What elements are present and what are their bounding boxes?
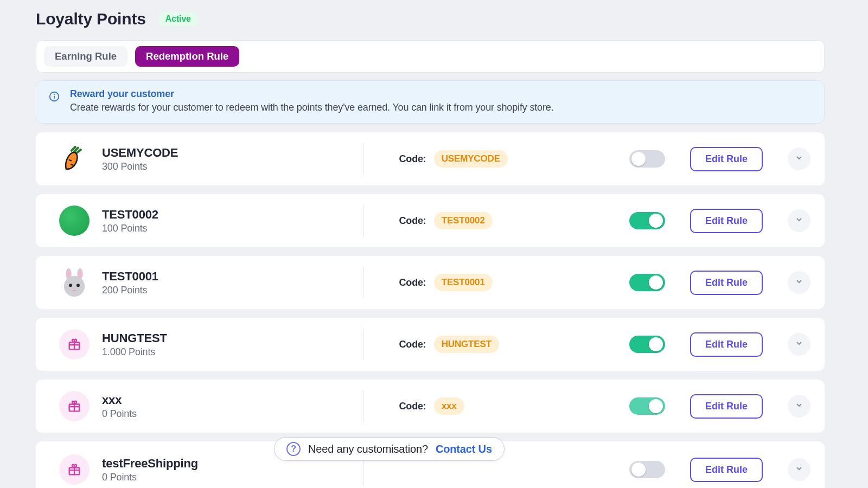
svg-point-8 [67, 270, 70, 278]
expand-button[interactable] [788, 271, 810, 294]
expand-button[interactable] [788, 147, 810, 170]
page-header: Loyalty Points Active [36, 10, 825, 28]
chevron-down-icon [795, 401, 803, 412]
enable-toggle[interactable] [629, 336, 665, 353]
rule-icon [50, 206, 99, 236]
info-icon [48, 91, 60, 102]
tab-redemption-rule[interactable]: Redemption Rule [135, 46, 239, 67]
svg-point-11 [76, 284, 80, 287]
tab-bar: Earning Rule Redemption Rule [36, 40, 825, 73]
code-value: USEMYCODE [434, 150, 508, 168]
gift-icon [59, 391, 90, 421]
chevron-down-icon [795, 464, 803, 475]
info-body: Create rewards for your customer to rede… [70, 102, 553, 113]
rule-icon [50, 329, 99, 359]
status-badge: Active [159, 12, 197, 26]
code-label: Code: [399, 339, 426, 350]
enable-toggle[interactable] [629, 397, 665, 415]
edit-rule-button[interactable]: Edit Rule [690, 147, 763, 171]
code-value: HUNGTEST [434, 336, 499, 353]
rule-points: 100 Points [102, 223, 363, 234]
code-value: xxx [434, 397, 464, 415]
expand-button[interactable] [788, 395, 810, 418]
rule-points: 0 Points [102, 472, 363, 483]
svg-point-9 [79, 270, 81, 278]
code-label: Code: [399, 401, 426, 412]
rule-name: HUNGTEST [102, 331, 363, 345]
chevron-down-icon [795, 277, 803, 288]
bunny-icon [59, 267, 90, 298]
rule-points: 200 Points [102, 285, 363, 296]
edit-rule-button[interactable]: Edit Rule [690, 332, 763, 357]
carrot-icon [59, 144, 90, 174]
customisation-prompt: Need any customisation? [308, 443, 428, 455]
code-label: Code: [399, 153, 426, 165]
info-banner: Reward your customer Create rewards for … [36, 80, 825, 124]
edit-rule-button[interactable]: Edit Rule [690, 394, 763, 419]
chevron-down-icon [795, 215, 803, 226]
rule-points: 0 Points [102, 408, 363, 420]
page-title: Loyalty Points [36, 10, 146, 28]
customisation-pill: ? Need any customisation? Contact Us [274, 437, 505, 461]
rule-icon [50, 267, 99, 298]
edit-rule-button[interactable]: Edit Rule [690, 209, 763, 233]
rule-card: TEST0002 100 Points Code: TEST0002 Edit … [36, 194, 825, 247]
gift-icon [59, 454, 90, 485]
edit-rule-button[interactable]: Edit Rule [690, 458, 763, 482]
enable-toggle[interactable] [629, 212, 665, 229]
expand-button[interactable] [788, 458, 810, 481]
tab-earning-rule[interactable]: Earning Rule [44, 46, 127, 67]
chevron-down-icon [795, 153, 803, 164]
code-label: Code: [399, 215, 426, 227]
contact-us-link[interactable]: Contact Us [436, 443, 492, 455]
rule-name: TEST0001 [102, 269, 363, 284]
svg-point-5 [64, 276, 85, 297]
rule-card: HUNGTEST 1.000 Points Code: HUNGTEST Edi… [36, 318, 825, 371]
code-value: TEST0001 [434, 274, 493, 291]
question-icon: ? [286, 442, 301, 456]
edit-rule-button[interactable]: Edit Rule [690, 271, 763, 295]
svg-point-10 [69, 284, 72, 287]
enable-toggle[interactable] [629, 150, 665, 168]
green-dot-icon [59, 206, 90, 236]
rule-card: xxx 0 Points Code: xxx Edit Rule [36, 380, 825, 433]
info-title: Reward your customer [70, 88, 553, 100]
rule-icon [50, 391, 99, 421]
rule-name: USEMYCODE [102, 146, 363, 160]
expand-button[interactable] [788, 209, 810, 232]
rule-card: TEST0001 200 Points Code: TEST0001 Edit … [36, 256, 825, 309]
expand-button[interactable] [788, 333, 810, 356]
rule-name: TEST0002 [102, 208, 363, 222]
code-label: Code: [399, 277, 426, 288]
rule-card: USEMYCODE 300 Points Code: USEMYCODE Edi… [36, 132, 825, 185]
chevron-down-icon [795, 339, 803, 350]
rule-points: 1.000 Points [102, 346, 363, 358]
enable-toggle[interactable] [629, 274, 665, 291]
rule-name: xxx [102, 393, 363, 407]
gift-icon [59, 329, 90, 359]
svg-point-2 [54, 94, 55, 95]
rule-points: 300 Points [102, 161, 363, 172]
code-value: TEST0002 [434, 212, 493, 229]
enable-toggle[interactable] [629, 461, 665, 478]
rule-icon [50, 454, 99, 485]
rule-icon [50, 144, 99, 174]
